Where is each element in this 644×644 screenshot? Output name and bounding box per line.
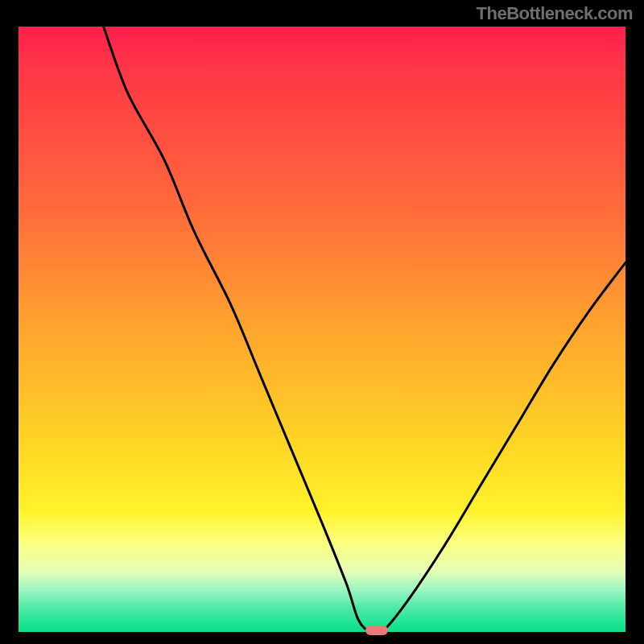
optimum-marker xyxy=(365,625,388,635)
bottleneck-curve xyxy=(19,27,625,632)
chart-container: TheBottleneck.com xyxy=(0,0,644,644)
plot-gradient-area xyxy=(19,27,625,632)
plot-outer-frame xyxy=(16,24,628,634)
attribution-text: TheBottleneck.com xyxy=(477,3,633,24)
